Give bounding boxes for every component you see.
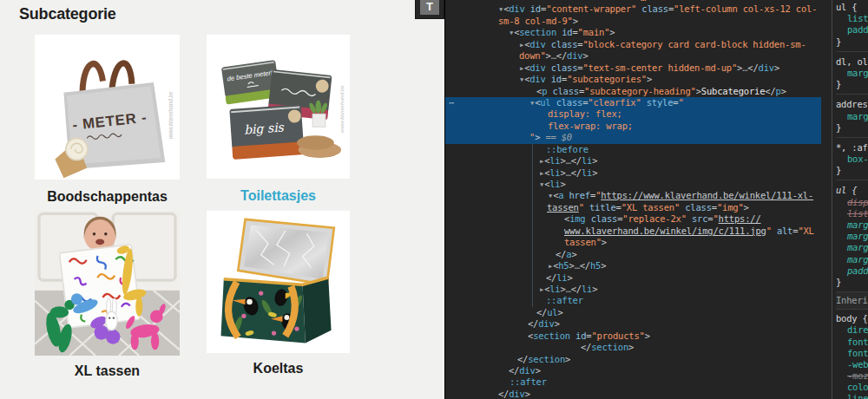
css-rule-line[interactable]: disp	[836, 197, 868, 208]
devtools-tree-line[interactable]: </section>	[445, 342, 821, 353]
svg-text:www.klaverhand.be: www.klaverhand.be	[168, 91, 174, 139]
rule-separator	[836, 51, 868, 52]
css-rule-line[interactable]: list	[836, 13, 868, 24]
devtools-tree-line[interactable]: </a>	[445, 249, 821, 260]
css-rule-line[interactable]: padd	[836, 24, 868, 36]
toiletry-pouches-illustration: www.klaverhand.be de beste meter!	[207, 35, 350, 179]
devtools-tree-line[interactable]: www.klaverhand.be/winkel/img/c/111.jpg" …	[445, 226, 821, 237]
rule-separator	[836, 180, 868, 180]
devtools-tree-line[interactable]: ▸<div class="text-sm-center hidden-md-up…	[445, 62, 821, 74]
page-title: Subcategorie	[19, 5, 116, 23]
css-rule-line[interactable]: marg	[836, 242, 868, 253]
devtools-tree-line[interactable]: </li>	[445, 272, 821, 284]
svg-text:www.klaverhand.be: www.klaverhand.be	[339, 85, 345, 133]
devtools-panel: …▾<div id="content-wrapper" class="left-…	[444, 0, 868, 399]
css-rule-line[interactable]: addres	[836, 99, 868, 110]
devtools-tree-line[interactable]: </div>	[445, 389, 821, 399]
inherited-from-header: Inherite	[836, 291, 868, 310]
css-rule-line[interactable]: ul {	[836, 2, 868, 13]
rule-separator	[836, 137, 868, 138]
devtools-tree-line[interactable]: tassen">	[445, 237, 821, 248]
css-rule-line[interactable]: }	[836, 36, 868, 48]
css-rule-line[interactable]: font	[836, 348, 868, 359]
devtools-elements-tree[interactable]: …▾<div id="content-wrapper" class="left-…	[445, 0, 821, 399]
css-rule-line[interactable]: -moz	[836, 370, 868, 382]
devtools-tree-line[interactable]: ▾<a href="https://www.klaverhand.be/wink…	[445, 190, 821, 201]
devtools-tree-line[interactable]: </div>	[445, 318, 821, 330]
devtools-tree-line[interactable]: ::before	[445, 144, 821, 155]
product-card-koeltas[interactable]: Koeltas	[207, 211, 350, 376]
devtools-tree-line[interactable]: ::after	[445, 376, 821, 388]
devtools-tree-line[interactable]: </ul>	[445, 307, 821, 318]
css-rule-line[interactable]: list	[836, 208, 868, 219]
css-rule-line[interactable]: line	[836, 393, 868, 399]
devtools-styles-pane[interactable]: ul {listpadd}dl, olmarg}addresmarg}*, :a…	[836, 2, 868, 399]
devtools-tree-line[interactable]: ▸<li>…</li>	[445, 284, 821, 295]
product-image-koeltas[interactable]	[207, 211, 350, 353]
devtools-tree-line[interactable]: ▸<li>…</li>	[445, 167, 821, 179]
devtools-tree-line[interactable]: sm-8 col-md-9">	[445, 16, 821, 27]
css-rule-line[interactable]: *, :af	[836, 142, 868, 154]
devtools-tree-line[interactable]: down">…</div>	[445, 50, 821, 62]
devtools-tree-line[interactable]: display: flex;	[445, 108, 821, 120]
css-rule-line[interactable]: box-	[836, 154, 868, 165]
css-rule-line[interactable]: marg	[836, 254, 868, 265]
floating-t-button[interactable]: T	[415, 0, 444, 19]
cooler-bag-illustration	[207, 211, 350, 353]
product-card-xl-tassen[interactable]: XL tassen	[35, 211, 180, 379]
product-card-boodschappentas[interactable]: www.klaverhand.be - METER - Boodschappen…	[35, 35, 180, 205]
devtools-tree-line[interactable]: </div>	[445, 365, 821, 376]
indent-guide-line	[532, 144, 533, 307]
devtools-tree-line[interactable]: ▾<li>	[445, 179, 821, 190]
devtools-tree-line[interactable]: </section>	[445, 354, 821, 365]
devtools-tree-line[interactable]: ▸<h5>…</h5>	[445, 260, 821, 271]
css-rule-line[interactable]: ul {	[836, 185, 868, 196]
css-rule-line[interactable]: }	[836, 122, 868, 134]
css-rule-line[interactable]: padd	[836, 265, 868, 277]
css-rule-line[interactable]: dl, ol	[836, 56, 868, 68]
devtools-tree-line[interactable]: <img class="replace-2x" src="https://	[445, 213, 821, 225]
product-label[interactable]: XL tassen	[35, 363, 180, 379]
child-with-balloons-illustration	[35, 211, 180, 356]
css-rule-line[interactable]: colo	[836, 382, 868, 393]
product-image-boodschappentas[interactable]: www.klaverhand.be - METER -	[35, 35, 180, 180]
devtools-tree-line[interactable]: <p class="subcategory-heading">Subcatego…	[445, 86, 821, 97]
devtools-tree-line[interactable]: <section id="products">	[445, 330, 821, 342]
t-button-glyph: T	[420, 0, 439, 15]
css-rule-line[interactable]: body {	[836, 313, 868, 324]
devtools-tree-line[interactable]: ⋯▾<ul class="clearfix" style="	[445, 97, 821, 108]
product-card-toilettasjes[interactable]: www.klaverhand.be de beste meter!	[207, 35, 350, 204]
css-rule-line[interactable]: }	[836, 165, 868, 176]
devtools-tree-line[interactable]: ▾<div id="content-wrapper" class="left-c…	[445, 3, 821, 15]
product-label[interactable]: Koeltas	[207, 361, 350, 376]
product-label[interactable]: Toilettasjes	[207, 188, 350, 204]
css-rule-line[interactable]: -web	[836, 359, 868, 370]
panel-divider[interactable]	[832, 0, 832, 399]
devtools-tree-line[interactable]: flex-wrap: wrap;	[445, 121, 821, 132]
product-image-toilettasjes[interactable]: www.klaverhand.be de beste meter!	[207, 35, 350, 179]
rule-separator	[836, 94, 868, 95]
css-rule-line[interactable]: marg	[836, 231, 868, 242]
more-actions-icon[interactable]: ⋯	[449, 97, 455, 108]
css-rule-line[interactable]: }	[836, 277, 868, 288]
devtools-tree-line[interactable]: ▸<li>…</li>	[445, 155, 821, 167]
devtools-tree-line[interactable]: ▾<section id="main">	[445, 27, 821, 38]
css-rule-line[interactable]: dire	[836, 324, 868, 336]
webpage-panel: Subcategorie www.klaverhand.be - METER -…	[0, 0, 444, 399]
devtools-tree-line[interactable]: "> == $0	[445, 132, 821, 143]
css-rule-line[interactable]: font	[836, 337, 868, 348]
css-rule-line[interactable]: marg	[836, 111, 868, 122]
devtools-tree-line[interactable]: ▾<div id="subcategories">	[445, 74, 821, 85]
css-rule-line[interactable]: }	[836, 79, 868, 90]
product-label[interactable]: Boodschappentas	[35, 189, 180, 205]
devtools-tree-line[interactable]: ::after	[445, 295, 821, 306]
product-image-xl-tassen[interactable]	[35, 211, 180, 356]
css-rule-line[interactable]: marg	[836, 68, 868, 79]
css-rule-line[interactable]: marg	[836, 219, 868, 231]
devtools-tree-line[interactable]: ▸<div class="block-category card card-bl…	[445, 39, 821, 50]
devtools-tree-line[interactable]: tassen" title="XL tassen" class="img">	[445, 202, 821, 213]
felt-tote-bag-illustration: www.klaverhand.be - METER -	[35, 35, 180, 180]
